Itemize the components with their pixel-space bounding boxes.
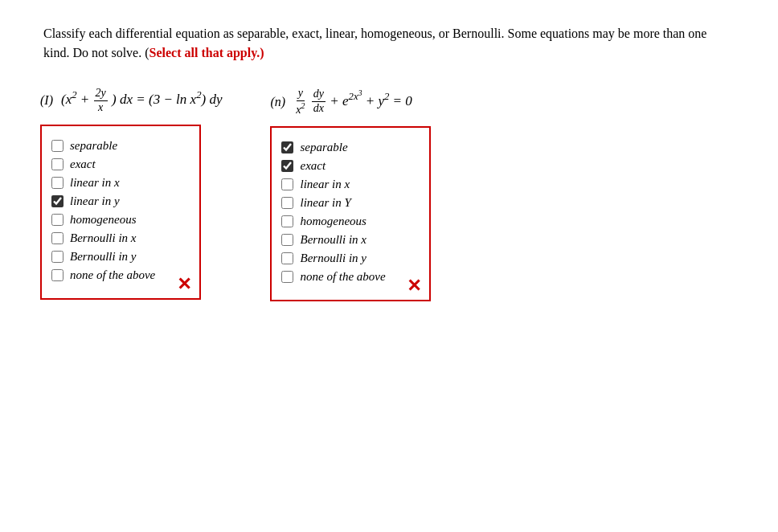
option-I-linear-y[interactable]: linear in y [51,194,186,208]
option-I-none[interactable]: none of the above [51,268,186,282]
checkbox-I-separable[interactable] [51,140,63,152]
highlight-text: Select all that apply.) [149,46,264,59]
option-N-exact[interactable]: exact [281,159,416,173]
label-N-bernoulli-x: Bernoulli in x [300,233,366,247]
checkbox-N-homogeneous[interactable] [281,215,293,227]
checkbox-I-none[interactable] [51,269,63,281]
checkbox-N-exact[interactable] [281,160,293,172]
label-N-linear-x: linear in x [300,178,350,191]
option-N-bernoulli-y[interactable]: Bernoulli in y [281,252,416,265]
option-I-separable[interactable]: separable [51,139,186,153]
option-I-bernoulli-x[interactable]: Bernoulli in x [51,231,186,245]
checkbox-N-linear-x[interactable] [281,178,293,190]
option-N-separable[interactable]: separable [281,141,416,154]
option-N-linear-y[interactable]: linear in Y [281,196,416,210]
option-I-bernoulli-y[interactable]: Bernoulli in y [51,250,186,264]
option-I-homogeneous[interactable]: homogeneous [51,213,186,227]
label-N-separable: separable [300,141,347,154]
equation-block-N: (n) y x2 dy dx + e2x3 + y2 = 0 [270,87,431,301]
checkbox-container-I: separable exact linear in x linear in y … [40,125,201,300]
label-I-linear-x: linear in x [70,176,120,190]
label-N-none: none of the above [300,270,385,284]
equations-row: (I) (x2 + 2y x ) dx = (3 − ln x2) dy sep… [32,87,746,301]
checkbox-N-separable[interactable] [281,141,293,153]
label-I-homogeneous: homogeneous [70,213,137,227]
checkbox-I-exact[interactable] [51,158,63,170]
option-I-linear-x[interactable]: linear in x [51,176,186,190]
checkbox-I-bernoulli-x[interactable] [51,232,63,244]
equation-display-I: (x2 + 2y x ) dx = (3 − ln x2) dy [61,87,222,115]
label-I-bernoulli-x: Bernoulli in x [70,231,137,245]
option-N-bernoulli-x[interactable]: Bernoulli in x [281,233,416,247]
checkbox-I-homogeneous[interactable] [51,214,63,226]
checkbox-N-linear-y[interactable] [281,197,293,209]
option-N-none[interactable]: none of the above [281,270,416,284]
checkbox-N-bernoulli-y[interactable] [281,252,293,264]
label-I-bernoulli-y: Bernoulli in y [70,250,137,264]
equation-display-N: y x2 dy dx + e2x3 + y2 = 0 [293,87,412,117]
option-I-exact[interactable]: exact [51,158,186,171]
option-N-linear-x[interactable]: linear in x [281,178,416,191]
checkbox-container-N: separable exact linear in x linear in Y … [270,126,431,301]
label-N-homogeneous: homogeneous [300,215,366,228]
label-I-linear-y: linear in y [70,194,120,208]
checkbox-I-linear-y[interactable] [51,195,63,207]
label-I-none: none of the above [70,268,155,282]
label-I-exact: exact [70,158,96,171]
equation-block-I: (I) (x2 + 2y x ) dx = (3 − ln x2) dy sep… [40,87,222,300]
checkbox-I-linear-x[interactable] [51,177,63,189]
checkbox-N-none[interactable] [281,271,293,283]
label-I-separable: separable [70,139,117,153]
label-N-linear-y: linear in Y [300,196,350,210]
equation-label-I: (I) [40,93,53,108]
option-N-homogeneous[interactable]: homogeneous [281,215,416,228]
checkbox-N-bernoulli-x[interactable] [281,234,293,246]
equation-label-N: (n) [270,95,285,109]
equation-label-row-N: (n) y x2 dy dx + e2x3 + y2 = 0 [270,87,412,117]
x-mark-N: ✕ [407,277,421,295]
x-mark-I: ✕ [177,276,191,293]
checkbox-I-bernoulli-y[interactable] [51,251,63,263]
instructions: Classify each differential equation as s… [43,24,735,63]
equation-label-row-I: (I) (x2 + 2y x ) dx = (3 − ln x2) dy [40,87,222,115]
label-N-exact: exact [300,159,326,173]
label-N-bernoulli-y: Bernoulli in y [300,252,366,265]
